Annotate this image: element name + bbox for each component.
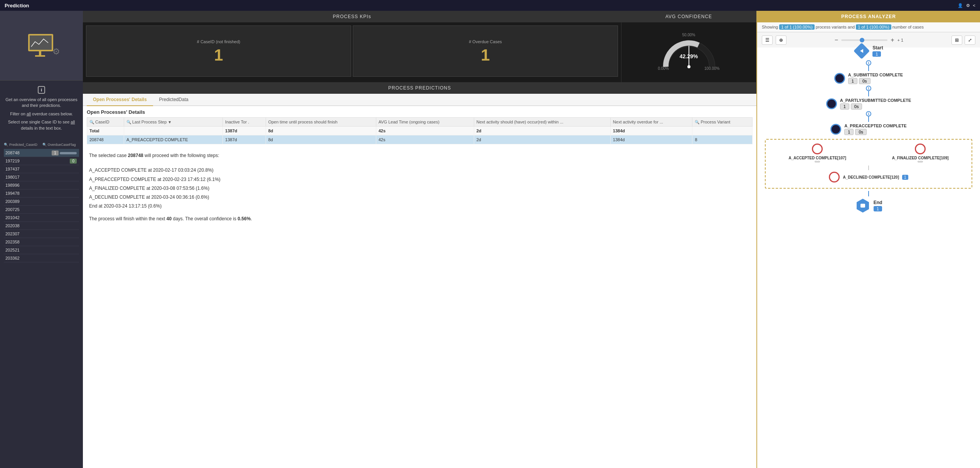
filter-row-200389[interactable]: 200389 bbox=[4, 198, 79, 206]
parallel-nodes-row: A_ACCEPTED COMPLETE[107] A_FINALIZED COM… bbox=[770, 144, 968, 162]
filter-flag-198017 bbox=[42, 174, 79, 180]
connector-3: 1 bbox=[866, 111, 871, 122]
filter-row-200725[interactable]: 200725 bbox=[4, 206, 79, 214]
search-icon-caseid[interactable]: 🔍 bbox=[89, 120, 94, 124]
filter-flag-202521 bbox=[42, 247, 79, 253]
filter-row-199478[interactable]: 199478 bbox=[4, 189, 79, 198]
filter-row-198996[interactable]: 198996 bbox=[4, 181, 79, 189]
gauge-svg bbox=[658, 32, 720, 71]
th-next-overdue: Next activity overdue for ... bbox=[610, 118, 692, 127]
declined-circle bbox=[829, 172, 840, 182]
data-row-208748[interactable]: 208748 A_PREACCEPTED COMPLETE 1387d 8d 4… bbox=[87, 135, 753, 144]
svg-rect-2 bbox=[39, 51, 41, 55]
filter-flag-201042 bbox=[42, 215, 79, 220]
filter-flag-198996 bbox=[42, 182, 79, 188]
prediction-text-section: The selected case 208748 will proceed wi… bbox=[83, 147, 756, 228]
th-last-step: 🔍Last Process Step ▼ bbox=[124, 118, 223, 127]
search-icon-col1[interactable]: 🔍 bbox=[4, 143, 8, 147]
declined-line bbox=[868, 166, 869, 170]
declined-label-box: A_DECLINED COMPLETE[120] bbox=[843, 175, 899, 179]
line-3 bbox=[868, 117, 869, 122]
submitted-node: A_SUBMITTED COMPLETE 1 0s bbox=[834, 73, 903, 84]
preaccepted-time: 0s bbox=[855, 129, 867, 135]
settings-icon[interactable]: ⚙ bbox=[966, 3, 970, 8]
end-node: End 1 bbox=[855, 198, 882, 213]
cases-text: number of cases bbox=[892, 25, 924, 29]
preaccepted-circle bbox=[830, 124, 841, 135]
tab-open-processes[interactable]: Open Processes' Details bbox=[87, 94, 153, 106]
collapse-btn[interactable]: < bbox=[973, 3, 975, 8]
submitted-counters: 1 0s bbox=[848, 78, 903, 84]
th-next-occur: Next activity should (have) occur(red) w… bbox=[474, 118, 610, 127]
filter-caseid-197437: 197437 bbox=[5, 166, 40, 172]
accepted-count bbox=[815, 161, 820, 162]
sidebar-info: i Get an overview of all open processes … bbox=[0, 80, 83, 139]
info-text2: Filter on all overdue cases below. bbox=[4, 111, 79, 117]
th-inactive: Inactive Tor . bbox=[223, 118, 266, 127]
filter-row-198017[interactable]: 198017 bbox=[4, 173, 79, 181]
filter-caseid-202307: 202307 bbox=[5, 231, 40, 237]
zoom-slider-track[interactable] bbox=[841, 39, 887, 41]
row-caseid: 208748 bbox=[87, 135, 124, 144]
gauge-max-label: 100.00% bbox=[704, 66, 719, 71]
preaccepted-counters: 1 0s bbox=[844, 129, 906, 135]
row-avg-lead: 42s bbox=[376, 135, 474, 144]
filter-row-202038[interactable]: 202038 bbox=[4, 222, 79, 230]
filter-columns-header: 🔍 Predicted_CaseID 🔍 OverdueCaseFlag bbox=[4, 143, 79, 147]
variants-text: process variants and bbox=[816, 25, 855, 29]
search-icon-col2[interactable]: 🔍 bbox=[42, 143, 47, 147]
total-inactive: 1387d bbox=[223, 127, 266, 135]
partly-label: A_PARTLYSUBMITTED COMPLETE bbox=[840, 98, 911, 103]
filter-row-202521[interactable]: 202521 bbox=[4, 246, 79, 254]
filter-flag-199478 bbox=[42, 191, 79, 196]
gauge-labels: 0.00% 100.00% bbox=[658, 66, 720, 71]
prediction-summary-text: The process will finish within the next … bbox=[89, 215, 750, 223]
main-layout: ⚙ i Get an overview of all open processe… bbox=[0, 11, 980, 468]
filter-row-197437[interactable]: 197437 bbox=[4, 165, 79, 173]
filter-caseid-203362: 203362 bbox=[5, 255, 40, 261]
gauge-mid-label: 50.00% bbox=[682, 33, 695, 37]
filter-flag-197219: 0 bbox=[42, 158, 79, 164]
total-avg-lead: 42s bbox=[376, 127, 474, 135]
prediction-step: End at 2020-03-24 13:17:15 (0.6%) bbox=[89, 203, 750, 210]
filter-flag-200389 bbox=[42, 199, 79, 204]
filter-row-197219[interactable]: 197219 0 bbox=[4, 157, 79, 165]
gear-icon: ⚙ bbox=[52, 47, 60, 57]
filter-row-202307[interactable]: 202307 bbox=[4, 230, 79, 238]
kpi-card-1: # CaseID (not finished) 1 bbox=[86, 25, 351, 77]
preaccepted-label: A_PREACCEPTED COMPLETE bbox=[844, 123, 906, 128]
tab-predicted-data[interactable]: PredictedData bbox=[153, 94, 195, 105]
prediction-step: A_PREACCEPTED COMPLETE at 2020-02-23 17:… bbox=[89, 176, 750, 183]
svg-rect-9 bbox=[860, 204, 865, 208]
start-node: Start 1 bbox=[854, 43, 883, 59]
submitted-circle bbox=[834, 73, 845, 84]
analyzer-title: PROCESS ANALYZER bbox=[757, 11, 980, 22]
filter-row-208748[interactable]: 208748 1 bbox=[4, 149, 79, 157]
line-2 bbox=[868, 91, 869, 96]
partly-time: 0s bbox=[851, 103, 862, 110]
sidebar-hero: ⚙ bbox=[0, 11, 83, 80]
prediction-intro: The selected case 208748 will proceed wi… bbox=[89, 152, 750, 159]
filter-row-201042[interactable]: 201042 bbox=[4, 214, 79, 222]
filter-rows: 208748 1 197219 0 197437 198017 bbox=[4, 149, 79, 262]
filter-row-202358[interactable]: 202358 bbox=[4, 238, 79, 246]
predictions-title: PROCESS PREDICTIONS bbox=[83, 82, 756, 94]
search-icon-variant[interactable]: 🔍 bbox=[695, 120, 699, 124]
th-avg-lead: AVG Lead Time (ongoing cases) bbox=[376, 118, 474, 127]
end-label-box: End 1 bbox=[874, 200, 882, 211]
line-1 bbox=[868, 66, 869, 71]
prediction-step: A_ACCEPTED COMPLETE at 2020-02-17 03:03:… bbox=[89, 167, 750, 174]
partly-label-box: A_PARTLYSUBMITTED COMPLETE 1 0s bbox=[840, 98, 911, 110]
prediction-steps: A_ACCEPTED COMPLETE at 2020-02-17 03:03:… bbox=[89, 167, 750, 210]
filter-caseid-200725: 200725 bbox=[5, 207, 40, 212]
filter-row-203362[interactable]: 203362 bbox=[4, 254, 79, 262]
filter-flag-203362 bbox=[42, 255, 79, 261]
finalized-node: A_FINALIZED COMPLETE[109] bbox=[892, 144, 949, 162]
accepted-circle bbox=[812, 144, 823, 154]
tabs-row: Open Processes' Details PredictedData bbox=[83, 94, 756, 106]
app-title: Prediction bbox=[5, 3, 29, 8]
search-icon-laststep[interactable]: 🔍 bbox=[126, 120, 131, 124]
partly-counters: 1 0s bbox=[840, 103, 911, 110]
th-open-time: Open time until process should finish bbox=[266, 118, 376, 127]
filter-flag-197437 bbox=[42, 166, 79, 172]
